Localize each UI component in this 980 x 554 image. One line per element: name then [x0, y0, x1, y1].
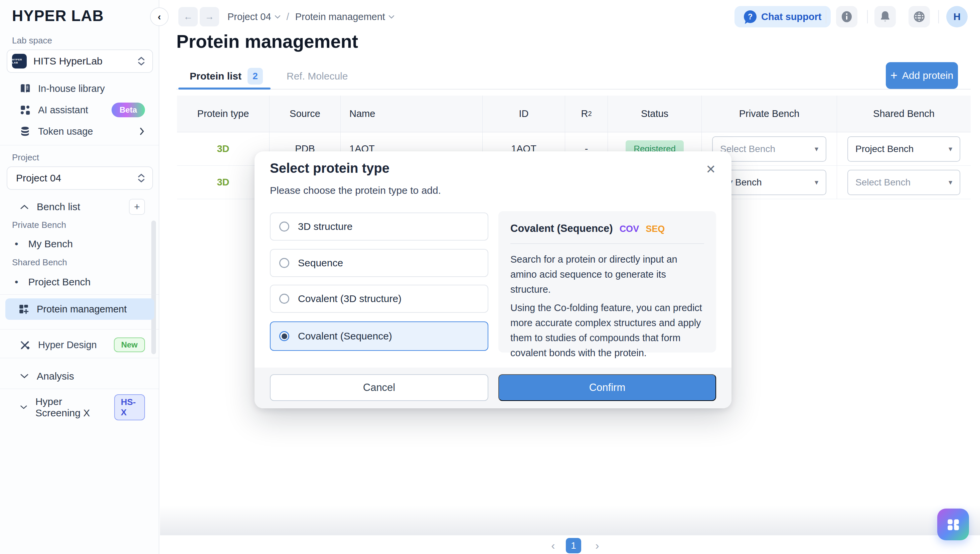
plus-icon: + — [891, 68, 897, 83]
sidebar-item-hyper-design[interactable]: Hyper Design New — [7, 334, 153, 355]
info-button[interactable] — [836, 6, 858, 27]
app-logo: HYPER LAB — [12, 7, 104, 25]
sidebar-item-ai-assistant[interactable]: AI assistant Beta — [7, 100, 153, 119]
hsx-badge: HS-X — [114, 394, 145, 420]
shared-bench-select[interactable]: Project Bench ▾ — [847, 136, 960, 162]
column-header-shared-bench: Shared Bench — [837, 96, 970, 132]
radio-icon — [279, 221, 289, 232]
option-detail-panel: Covalent (Sequence) COV SEQ Search for a… — [498, 211, 716, 352]
column-header-protein-type: Protein type — [177, 96, 270, 132]
back-button[interactable]: ← — [178, 7, 198, 26]
pagination-prev-button[interactable]: ‹ — [546, 537, 560, 553]
sidebar-scrollbar[interactable] — [151, 221, 156, 354]
sidebar-item-label: Hyper Design — [38, 339, 97, 350]
private-bench-label: Private Bench — [12, 220, 66, 230]
sidebar-item-label: Token usage — [38, 126, 93, 137]
cancel-button[interactable]: Cancel — [270, 374, 488, 401]
bullet-icon: • — [15, 238, 18, 250]
column-header-r2: R2 — [565, 96, 608, 132]
sidebar-item-in-house-library[interactable]: In-house library — [7, 79, 153, 98]
bullet-icon: • — [15, 276, 18, 288]
active-tab-underline — [178, 88, 270, 89]
option-sequence[interactable]: Sequence — [270, 249, 488, 277]
globe-icon — [913, 11, 925, 23]
divider — [0, 329, 159, 330]
select-protein-type-dialog: ✕ Select protein type Please choose the … — [255, 151, 732, 408]
column-header-id: ID — [483, 96, 565, 132]
shared-bench-select[interactable]: Select Bench ▾ — [847, 170, 960, 195]
detail-heading: Covalent (Sequence) — [511, 223, 613, 234]
pagination-page-1[interactable]: 1 — [566, 538, 581, 553]
add-protein-button[interactable]: + Add protein — [886, 62, 958, 89]
shared-bench-label: Shared Bench — [12, 257, 67, 267]
close-icon[interactable]: ✕ — [703, 161, 719, 177]
sidebar-item-hyper-screening-x[interactable]: Hyper Screening X HS-X — [7, 397, 153, 418]
forward-button[interactable]: → — [200, 7, 219, 26]
breadcrumb-separator: / — [286, 11, 289, 22]
project-select[interactable]: Project 04 — [7, 166, 153, 190]
option-covalent-sequence[interactable]: Covalent (Sequence) — [270, 322, 488, 351]
content-bottom-fade — [160, 505, 980, 535]
lab-space-label: Lab space — [12, 35, 52, 46]
sidebar-item-analysis[interactable]: Analysis — [7, 366, 153, 387]
project-label: Project — [12, 152, 39, 163]
chevron-down-icon — [20, 404, 27, 410]
workspace-select-value: HITS HyperLab — [33, 56, 131, 67]
chevron-down-icon: ▾ — [948, 145, 952, 153]
option-3d-structure[interactable]: 3D structure — [270, 213, 488, 240]
chevron-up-down-icon — [138, 174, 145, 182]
chevron-down-icon — [275, 15, 281, 19]
sidebar-item-project-bench[interactable]: • Project Bench — [7, 273, 147, 291]
token-database-icon — [19, 126, 31, 137]
hyperlab-mark-icon — [944, 515, 963, 534]
sidebar: HYPER LAB Lab space HYPER LAB HITS Hyper… — [0, 0, 159, 554]
notifications-button[interactable] — [875, 6, 896, 27]
beta-badge: Beta — [111, 103, 145, 117]
divider — [0, 145, 159, 145]
column-header-status: Status — [608, 96, 702, 132]
bench-list-label: Bench list — [37, 201, 80, 213]
divider — [0, 295, 159, 295]
bench-list-toggle[interactable]: Bench list + — [7, 196, 153, 217]
dialog-title: Select protein type — [270, 161, 390, 176]
sidebar-item-label: Hyper Screening X — [35, 396, 106, 419]
sidebar-item-label: Protein management — [37, 304, 127, 315]
radio-icon — [279, 294, 289, 304]
breadcrumb-page[interactable]: Protein management — [295, 11, 395, 22]
bench-item-label: Project Bench — [29, 276, 91, 288]
app-screen: HYPER LAB Lab space HYPER LAB HITS Hyper… — [0, 0, 980, 554]
user-avatar[interactable]: H — [946, 6, 968, 27]
breadcrumb-project[interactable]: Project 04 — [228, 11, 281, 22]
sidebar-item-my-bench[interactable]: • My Bench — [7, 234, 147, 253]
option-covalent-3d-structure[interactable]: Covalent (3D structure) — [270, 285, 488, 313]
divider — [0, 388, 159, 389]
pagination-next-button[interactable]: › — [590, 537, 605, 553]
divider — [826, 10, 826, 23]
chat-support-label: Chat support — [761, 11, 821, 22]
dialog-subtitle: Please choose the protein type to add. — [270, 185, 441, 196]
chevron-down-icon: ▾ — [815, 145, 818, 153]
radio-icon — [279, 258, 289, 268]
tab-protein-list[interactable]: Protein list 2 — [190, 65, 263, 87]
shared-bench-cell: Select Bench ▾ — [837, 166, 970, 199]
dialog-footer: Cancel Confirm — [255, 368, 732, 408]
chevron-up-icon — [20, 204, 29, 210]
chevron-down-icon: ▾ — [815, 178, 818, 187]
confirm-button[interactable]: Confirm — [498, 374, 716, 401]
workspace-select[interactable]: HYPER LAB HITS HyperLab — [7, 49, 153, 73]
shared-bench-cell: Project Bench ▾ — [837, 132, 970, 166]
sidebar-collapse-button[interactable]: ‹ — [150, 7, 169, 26]
tab-ref-molecule[interactable]: Ref. Molecule — [286, 65, 348, 87]
new-badge: New — [114, 337, 145, 352]
bench-item-label: My Bench — [29, 238, 73, 250]
divider — [867, 10, 868, 23]
cov-badge: COV — [620, 224, 639, 234]
add-bench-button[interactable]: + — [129, 199, 145, 215]
sidebar-item-protein-management[interactable]: Protein management — [5, 298, 154, 320]
chat-support-button[interactable]: ? Chat support — [735, 6, 831, 27]
divider — [938, 10, 939, 23]
sidebar-item-token-usage[interactable]: Token usage — [7, 122, 153, 141]
bell-icon — [880, 10, 891, 23]
language-button[interactable] — [908, 6, 930, 27]
hyperlab-assistant-floating-button[interactable] — [937, 509, 969, 540]
